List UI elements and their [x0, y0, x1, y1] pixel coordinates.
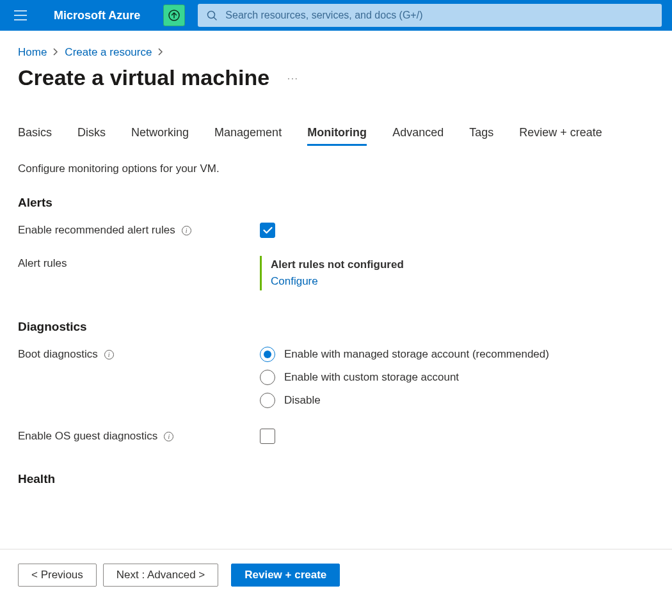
- footer-actions: < Previous Next : Advanced > Review + cr…: [0, 549, 672, 601]
- info-icon[interactable]: i: [164, 432, 173, 441]
- upload-arrow-icon: [168, 10, 180, 21]
- radio-label: Enable with custom storage account: [284, 371, 459, 384]
- section-title-health: Health: [18, 472, 654, 486]
- boot-diag-option-custom[interactable]: Enable with custom storage account: [260, 370, 654, 385]
- breadcrumb: Home Create a resource: [18, 46, 654, 59]
- info-icon[interactable]: i: [104, 350, 114, 359]
- chevron-right-icon: [158, 46, 163, 59]
- cloud-shell-button[interactable]: [163, 4, 185, 26]
- tab-monitoring[interactable]: Monitoring: [307, 126, 367, 146]
- tab-advanced[interactable]: Advanced: [392, 126, 444, 146]
- svg-line-5: [214, 17, 217, 20]
- brand-label[interactable]: Microsoft Azure: [54, 9, 140, 22]
- global-search-bar[interactable]: [198, 4, 662, 27]
- row-alert-rules: Alert rules Alert rules not configured C…: [18, 256, 654, 290]
- boot-diagnostics-label: Boot diagnostics: [18, 348, 98, 361]
- hamburger-icon: [14, 10, 27, 20]
- radio-label: Enable with managed storage account (rec…: [284, 348, 549, 361]
- tabs-bar: Basics Disks Networking Management Monit…: [18, 126, 654, 146]
- row-enable-os-guest-diagnostics: Enable OS guest diagnostics i: [18, 429, 654, 444]
- previous-button[interactable]: < Previous: [18, 564, 97, 587]
- alert-rules-configure-link[interactable]: Configure: [271, 275, 654, 288]
- radio-icon: [260, 393, 275, 408]
- radio-label: Disable: [284, 394, 321, 407]
- top-nav-bar: Microsoft Azure: [0, 0, 672, 31]
- boot-diag-option-managed[interactable]: Enable with managed storage account (rec…: [260, 347, 654, 362]
- review-create-button[interactable]: Review + create: [231, 564, 340, 587]
- tab-disks[interactable]: Disks: [77, 126, 106, 146]
- enable-os-guest-diagnostics-label: Enable OS guest diagnostics: [18, 430, 157, 443]
- enable-recommended-alerts-checkbox[interactable]: [260, 223, 275, 238]
- boot-diagnostics-radio-group: Enable with managed storage account (rec…: [260, 347, 654, 408]
- breadcrumb-home-link[interactable]: Home: [18, 46, 47, 59]
- alert-rules-status-text: Alert rules not configured: [271, 258, 654, 271]
- radio-icon: [260, 347, 275, 362]
- boot-diag-option-disable[interactable]: Disable: [260, 393, 654, 408]
- global-search-input[interactable]: [225, 10, 653, 21]
- tab-networking[interactable]: Networking: [131, 126, 189, 146]
- alert-rules-label: Alert rules: [18, 257, 67, 270]
- search-icon: [207, 10, 218, 21]
- tab-basics[interactable]: Basics: [18, 126, 52, 146]
- main-content: Home Create a resource Create a virtual …: [0, 31, 672, 549]
- page-title: Create a virtual machine: [18, 65, 269, 90]
- breadcrumb-create-resource-link[interactable]: Create a resource: [65, 46, 152, 59]
- enable-recommended-alerts-label: Enable recommended alert rules: [18, 224, 175, 237]
- next-button[interactable]: Next : Advanced >: [103, 564, 218, 587]
- row-boot-diagnostics: Boot diagnostics i Enable with managed s…: [18, 347, 654, 408]
- row-enable-recommended-alerts: Enable recommended alert rules i: [18, 223, 654, 238]
- title-row: Create a virtual machine ···: [18, 65, 654, 90]
- info-icon[interactable]: i: [182, 226, 191, 235]
- check-icon: [263, 226, 273, 234]
- more-actions-button[interactable]: ···: [287, 73, 299, 83]
- hamburger-menu-button[interactable]: [10, 5, 31, 26]
- alert-rules-status-panel: Alert rules not configured Configure: [260, 256, 654, 290]
- radio-icon: [260, 370, 275, 385]
- section-title-diagnostics: Diagnostics: [18, 320, 654, 334]
- tab-review-create[interactable]: Review + create: [519, 126, 602, 146]
- section-title-alerts: Alerts: [18, 196, 654, 210]
- tab-description: Configure monitoring options for your VM…: [18, 162, 654, 175]
- chevron-right-icon: [53, 46, 58, 59]
- tab-management[interactable]: Management: [214, 126, 282, 146]
- enable-os-guest-diagnostics-checkbox[interactable]: [260, 429, 275, 444]
- tab-tags[interactable]: Tags: [469, 126, 493, 146]
